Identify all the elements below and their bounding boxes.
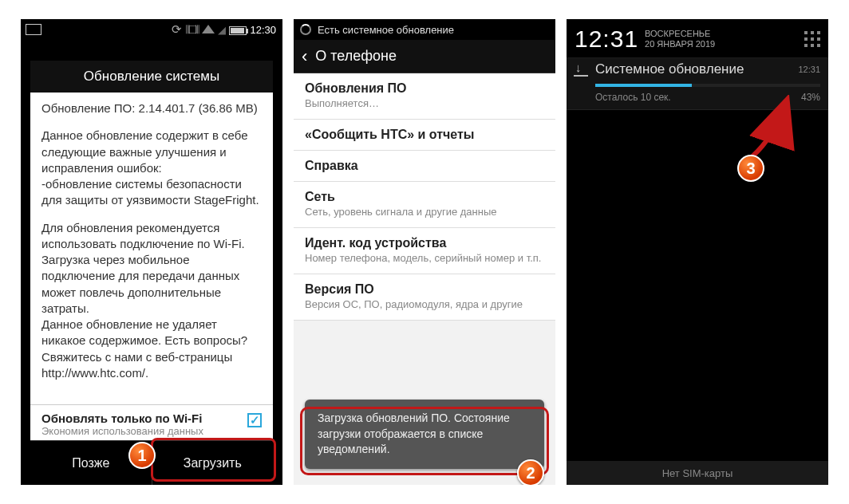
list-item-subtitle: Версия ОС, ПО, радиомодуля, ядра и други…: [305, 298, 544, 312]
date: 20 ЯНВАРЯ 2019: [645, 39, 715, 49]
day-of-week: ВОСКРЕСЕНЬЕ: [645, 29, 715, 39]
list-item-software-version[interactable]: Версия ПО Версия ОС, ПО, радиомодуля, яд…: [294, 274, 555, 321]
list-item-help[interactable]: Справка: [294, 151, 555, 182]
list-item-network[interactable]: Сеть Сеть, уровень сигнала и другие данн…: [294, 182, 555, 228]
spinner-icon: [300, 24, 311, 35]
percent-label: 43%: [801, 92, 820, 103]
wifi-only-row[interactable]: Обновлять только по Wi-Fi Экономия испол…: [30, 404, 273, 440]
list-item-device-id[interactable]: Идент. код устройства Номер телефона, мо…: [294, 228, 555, 274]
about-phone-list[interactable]: Обновления ПО Выполняется… «Сообщить HTC…: [294, 73, 555, 485]
battery-icon: [229, 26, 247, 35]
download-icon: [575, 63, 587, 76]
settings-header: ‹ О телефоне: [294, 40, 555, 73]
clock: 12:31: [575, 26, 638, 53]
list-item-title: «Сообщить HTC» и отчеты: [305, 128, 544, 142]
list-item-subtitle: Номер телефона, модель, серийный номер и…: [305, 252, 544, 266]
list-item-title: Обновления ПО: [305, 81, 544, 96]
list-item-subtitle: Выполняется…: [305, 97, 544, 111]
status-bar: Есть системное обновление: [294, 19, 555, 40]
download-button[interactable]: Загрузить: [152, 440, 274, 485]
wifi-icon: [202, 24, 215, 35]
list-item-title: Идент. код устройства: [305, 236, 544, 250]
list-item-software-updates[interactable]: Обновления ПО Выполняется…: [294, 73, 555, 120]
dialog-body[interactable]: Обновление ПО: 2.14.401.7 (36.86 MB) Дан…: [30, 93, 273, 404]
list-item-title: Справка: [305, 159, 544, 173]
status-time: 12:30: [250, 24, 276, 36]
wifi-only-checkbox[interactable]: ✓: [247, 413, 262, 427]
list-item-subtitle: Сеть, уровень сигнала и другие данные: [305, 206, 544, 219]
time-remaining: Осталось 10 сек.: [595, 92, 671, 103]
toast-message: Загрузка обновлений ПО. Состояние загруз…: [305, 400, 544, 469]
annotation-badge-1: 1: [128, 442, 156, 469]
back-icon[interactable]: ‹: [302, 46, 307, 67]
shade-header: 12:31 ВОСКРЕСЕНЬЕ 20 ЯНВАРЯ 2019: [567, 19, 828, 58]
cascade-windows-icon: [27, 26, 41, 35]
phone-2-about-phone: Есть системное обновление ‹ О телефоне О…: [294, 19, 555, 485]
wifi-only-title: Обновлять только по Wi-Fi: [41, 411, 203, 425]
wifi-only-subtitle: Экономия использования данных: [41, 425, 203, 437]
quick-settings-icon[interactable]: [804, 31, 820, 47]
phone-3-notification-shade: 12:31 ВОСКРЕСЕНЬЕ 20 ЯНВАРЯ 2019 Системн…: [567, 19, 828, 485]
signal-icon: ◢: [218, 24, 226, 36]
annotation-badge-2: 2: [517, 459, 544, 485]
info-paragraph: Для обновления рекомендуется использоват…: [41, 220, 262, 382]
sync-icon: ⟳: [172, 22, 182, 37]
update-dialog: Обновление системы Обновление ПО: 2.14.4…: [30, 61, 273, 485]
version-line: Обновление ПО: 2.14.401.7 (36.86 MB): [41, 100, 262, 116]
vibrate-icon: ⦀□⦀: [185, 22, 199, 37]
status-text: Есть системное обновление: [318, 24, 454, 36]
dialog-title: Обновление системы: [30, 61, 273, 93]
status-bar: ⟳ ⦀□⦀ ◢ 12:30: [21, 19, 282, 40]
list-item-tell-htc[interactable]: «Сообщить HTC» и отчеты: [294, 120, 555, 151]
phone-1-system-update-dialog: ⟳ ⦀□⦀ ◢ 12:30 Обновление системы Обновле…: [21, 19, 282, 485]
notification-system-update[interactable]: Системное обновление 12:31 Осталось 10 с…: [567, 58, 828, 110]
list-item-title: Сеть: [305, 190, 544, 204]
list-item-title: Версия ПО: [305, 282, 544, 297]
notification-time: 12:31: [798, 65, 820, 74]
notification-title: Системное обновление: [595, 61, 744, 77]
changelog-paragraph: Данное обновление содержит в себе следую…: [41, 128, 262, 208]
annotation-badge-3: 3: [737, 155, 764, 182]
download-progress-bar: [595, 84, 820, 87]
header-title: О телефоне: [315, 48, 397, 65]
no-sim-footer: Нет SIM-карты: [567, 461, 828, 485]
